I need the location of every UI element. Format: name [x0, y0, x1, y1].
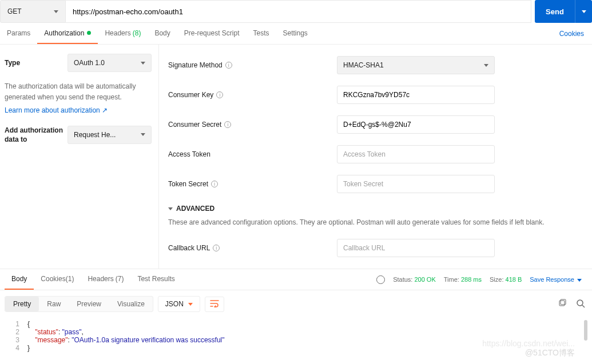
svg-line-3: [582, 305, 585, 307]
globe-icon[interactable]: [376, 275, 385, 284]
dot-icon: [87, 31, 91, 35]
view-preview-button[interactable]: Preview: [69, 297, 109, 311]
info-icon: i: [211, 181, 218, 187]
token-secret-label: Token Secreti: [168, 180, 337, 188]
response-tab-headers[interactable]: Headers(7): [81, 269, 130, 290]
tab-settings[interactable]: Settings: [276, 23, 315, 44]
info-icon: i: [224, 121, 231, 128]
consumer-key-input[interactable]: [337, 86, 495, 104]
send-dropdown-button[interactable]: [575, 0, 592, 23]
add-data-select[interactable]: Request He...: [67, 126, 152, 144]
request-bar: GET Send: [0, 0, 592, 23]
cookies-link[interactable]: Cookies: [559, 30, 592, 38]
signature-method-label: Signature Methodi: [168, 61, 337, 69]
auth-note: The authorization data will be automatic…: [5, 81, 152, 103]
callback-url-input[interactable]: [337, 239, 495, 257]
type-label: Type: [5, 59, 67, 67]
advanced-note: These are advanced configuration options…: [168, 218, 583, 226]
tab-body[interactable]: Body: [148, 23, 177, 44]
advanced-toggle[interactable]: ADVANCED: [168, 205, 583, 213]
chevron-down-icon: [484, 64, 488, 67]
access-token-label: Access Token: [168, 150, 337, 158]
url-input[interactable]: [66, 0, 531, 23]
signature-method-select[interactable]: HMAC-SHA1: [337, 56, 495, 74]
wrap-lines-button[interactable]: [205, 297, 224, 312]
wrap-icon: [210, 299, 219, 307]
chevron-down-icon: [188, 303, 193, 306]
info-icon: i: [213, 245, 220, 251]
tab-tests[interactable]: Tests: [246, 23, 276, 44]
info-icon: i: [225, 62, 232, 69]
view-visualize-button[interactable]: Visualize: [109, 297, 153, 311]
scrollbar[interactable]: [584, 320, 587, 341]
auth-left-pane: Type OAuth 1.0 The authorization data wi…: [0, 45, 159, 269]
add-data-label: Add authorization data to: [5, 126, 67, 145]
chevron-down-icon: [54, 10, 58, 13]
auth-type-select[interactable]: OAuth 1.0: [67, 54, 152, 72]
format-select[interactable]: JSON: [158, 296, 200, 312]
request-tabs: Params Authorization Headers(8) Body Pre…: [0, 23, 592, 45]
response-body: 1{ 2 "status": "pass", 3 "message": "OAu…: [0, 318, 592, 354]
view-raw-button[interactable]: Raw: [39, 297, 69, 311]
copy-icon[interactable]: [555, 297, 569, 312]
info-icon: i: [216, 91, 223, 98]
send-button[interactable]: Send: [535, 0, 575, 23]
response-toolbar: Pretty Raw Preview Visualize JSON: [0, 290, 592, 318]
save-response-button[interactable]: Save Response: [530, 276, 582, 283]
learn-more-link[interactable]: Learn more about authorization: [5, 106, 108, 114]
consumer-secret-label: Consumer Secreti: [168, 121, 337, 129]
tab-authorization[interactable]: Authorization: [37, 23, 98, 44]
svg-rect-1: [561, 299, 566, 305]
tab-headers[interactable]: Headers(8): [98, 23, 148, 44]
callback-url-label: Callback URLi: [168, 244, 337, 252]
view-mode-group: Pretty Raw Preview Visualize: [5, 296, 153, 312]
method-select[interactable]: GET: [0, 0, 66, 23]
tab-params[interactable]: Params: [0, 23, 37, 44]
search-icon[interactable]: [574, 297, 587, 312]
authorization-panel: Type OAuth 1.0 The authorization data wi…: [0, 45, 592, 269]
response-tab-cookies[interactable]: Cookies(1): [34, 269, 81, 290]
response-tab-testresults[interactable]: Test Results: [130, 269, 181, 290]
consumer-secret-input[interactable]: [337, 115, 495, 134]
access-token-input[interactable]: [337, 145, 495, 163]
tab-prerequest[interactable]: Pre-request Script: [177, 23, 247, 44]
chevron-down-icon: [141, 62, 145, 65]
chevron-down-icon: [141, 133, 145, 136]
svg-rect-0: [559, 301, 565, 306]
response-meta: Status: 200 OK Time: 288 ms Size: 418 B …: [376, 275, 587, 284]
chevron-down-icon: [168, 207, 173, 210]
token-secret-input[interactable]: [337, 175, 495, 193]
svg-point-2: [577, 300, 583, 306]
view-pretty-button[interactable]: Pretty: [5, 297, 39, 311]
consumer-key-label: Consumer Keyi: [168, 91, 337, 99]
response-tab-body[interactable]: Body: [5, 269, 34, 290]
chevron-down-icon: [582, 10, 586, 13]
method-value: GET: [7, 7, 22, 15]
auth-right-pane: Signature Methodi HMAC-SHA1 Consumer Key…: [159, 45, 592, 269]
response-tabs: Body Cookies(1) Headers(7) Test Results …: [0, 269, 592, 290]
